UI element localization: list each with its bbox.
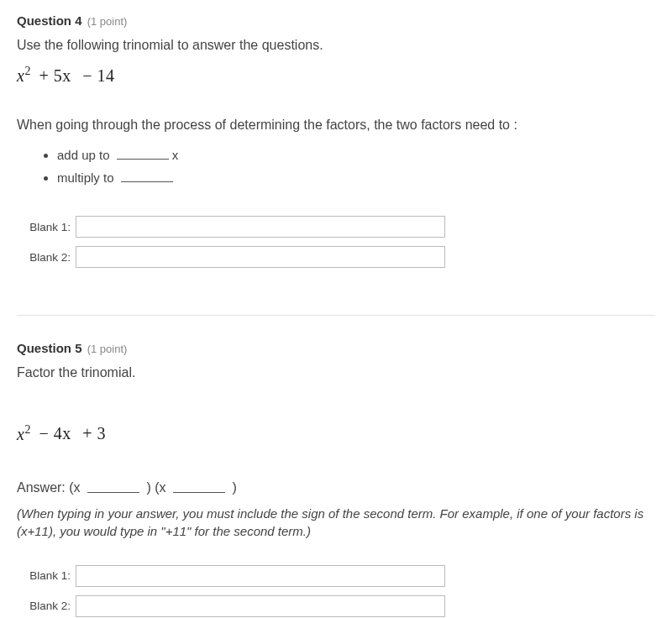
fill-blank-line xyxy=(173,480,225,492)
trinomial-exp: 2 xyxy=(24,423,31,436)
bullet-add-up: add up to x xyxy=(57,146,655,165)
question-4-trinomial: x2 + 5x − 14 xyxy=(17,65,655,86)
q4-blank-1-input[interactable] xyxy=(76,216,445,238)
q4-blank-1-label: Blank 1: xyxy=(27,221,76,233)
bullet-1-post: x xyxy=(172,148,179,162)
q4-blank-2-label: Blank 2: xyxy=(27,251,76,264)
question-4-prompt: Use the following trinomial to answer th… xyxy=(17,36,655,55)
question-4-header: Question 4 (1 point) xyxy=(17,13,655,28)
answer-post: ) xyxy=(228,481,237,495)
q5-blank-2-input[interactable] xyxy=(76,595,445,617)
question-4-bullet-list: add up to x multiply to xyxy=(17,146,655,187)
answer-mid: ) (x xyxy=(143,481,170,495)
fill-blank-line xyxy=(117,149,169,160)
q5-blank-2-row: Blank 2: xyxy=(17,595,655,617)
question-5-header: Question 5 (1 point) xyxy=(17,341,655,355)
trinomial-term-c: − 14 xyxy=(82,66,114,85)
question-5-answer-template: Answer: (x ) (x ) xyxy=(17,480,655,495)
q4-blank-1-row: Blank 1: xyxy=(17,216,655,238)
question-4-subprompt: When going through the process of determ… xyxy=(17,116,655,134)
bullet-1-pre: add up to xyxy=(57,148,113,162)
question-5-points: (1 point) xyxy=(87,343,128,355)
q4-blank-2-row: Blank 2: xyxy=(17,246,655,268)
q5-blank-1-label: Blank 1: xyxy=(27,569,76,582)
trinomial-exp: 2 xyxy=(24,65,31,77)
fill-blank-line xyxy=(87,480,139,492)
question-5: Question 5 (1 point) Factor the trinomia… xyxy=(17,341,655,618)
trinomial-term-b: + 5x xyxy=(39,66,71,85)
fill-blank-line xyxy=(121,170,173,182)
question-4-points: (1 point) xyxy=(87,15,128,28)
trinomial-term-b: − 4x xyxy=(39,424,71,443)
trinomial-term-a: x xyxy=(17,424,24,443)
q5-blank-2-label: Blank 2: xyxy=(27,600,76,612)
question-4: Question 4 (1 point) Use the following t… xyxy=(17,13,655,300)
question-5-instruction: (When typing in your answer, you must in… xyxy=(17,505,655,540)
trinomial-term-a: x xyxy=(17,66,24,85)
question-5-prompt: Factor the trinomial. xyxy=(17,364,655,382)
bullet-multiply: multiply to xyxy=(57,169,655,188)
question-divider xyxy=(17,315,655,316)
question-5-trinomial: x2 − 4x + 3 xyxy=(17,423,655,444)
q4-blank-2-input[interactable] xyxy=(76,246,445,268)
question-5-label: Question 5 xyxy=(17,341,82,355)
bullet-2-pre: multiply to xyxy=(57,170,118,185)
question-4-label: Question 4 xyxy=(17,13,82,28)
q5-blank-1-row: Blank 1: xyxy=(17,565,655,587)
q5-blank-1-input[interactable] xyxy=(76,565,445,587)
trinomial-term-c: + 3 xyxy=(82,424,106,443)
answer-pre1: Answer: (x xyxy=(17,481,84,495)
